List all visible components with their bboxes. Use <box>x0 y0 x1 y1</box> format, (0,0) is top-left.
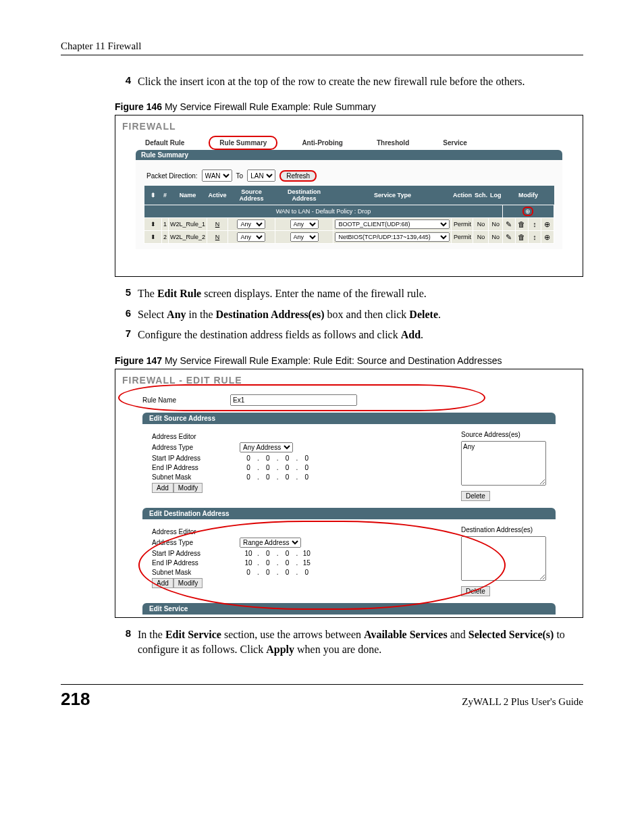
tab-default-rule[interactable]: Default Rule <box>136 137 194 149</box>
step-number: 5 <box>115 286 138 301</box>
tab-anti-probing[interactable]: Anti-Probing <box>292 137 352 149</box>
log-cell: No <box>489 231 503 244</box>
step-number: 4 <box>115 74 138 89</box>
step-text: Click the insert icon at the top of the … <box>138 74 583 89</box>
insert-icon[interactable]: ⊕ <box>543 219 552 229</box>
firewall-title: FIREWALL <box>122 121 576 132</box>
ip-octet: 0 <box>259 569 277 576</box>
destination-address-type-select[interactable]: Range Address <box>240 538 301 548</box>
step-number: 7 <box>115 328 138 342</box>
step-5: 5 The Edit Rule screen displays. Enter t… <box>115 286 583 301</box>
ip-octet: 0 <box>259 464 277 471</box>
col-source: Source Address <box>228 186 275 205</box>
figure-146-screenshot: FIREWALL Default Rule Rule Summary Anti-… <box>115 115 583 277</box>
move-icon[interactable]: ↕ <box>530 219 539 229</box>
destination-select[interactable]: Any <box>290 232 319 242</box>
action-cell: Permit <box>452 218 473 231</box>
tab-bar: Default Rule Rule Summary Anti-Probing T… <box>122 136 576 150</box>
delete-icon[interactable]: 🗑 <box>517 219 527 229</box>
rule-name-cell: W2L_Rule_2 <box>169 231 207 244</box>
source-addresses-label: Source Address(es) <box>461 431 546 438</box>
action-cell: Permit <box>452 231 473 244</box>
source-delete-button[interactable]: Delete <box>461 491 490 501</box>
address-editor-label: Address Editor <box>152 528 240 536</box>
service-select[interactable]: NetBIOS(TCP/UDP:137~139,445) <box>335 232 450 242</box>
insert-icon[interactable]: ⊕ <box>543 232 552 242</box>
rule-summary-header: Rule Summary <box>136 150 562 160</box>
table-row: ⬍ 2 W2L_Rule_2 N Any Any NetBIOS(TCP/UDP… <box>144 231 554 244</box>
ip-octet: 0 <box>279 454 296 462</box>
delete-icon[interactable]: 🗑 <box>517 232 527 242</box>
rules-table: ⬍ # Name Active Source Address Destinati… <box>144 186 554 244</box>
source-addresses-list[interactable]: Any <box>461 441 546 486</box>
figure-label: Figure 147 <box>115 355 162 366</box>
packet-direction-from-select[interactable]: WAN <box>202 170 232 182</box>
source-address-type-select[interactable]: Any Address <box>240 442 293 452</box>
source-cell: Any <box>228 231 275 244</box>
destination-delete-button[interactable]: Delete <box>461 586 490 596</box>
edit-icon[interactable]: ✎ <box>504 219 514 229</box>
edit-service-header: Edit Service <box>142 603 556 615</box>
packet-direction-row: Packet Direction: WAN To LAN Refresh <box>144 165 554 186</box>
col-destination: Destination Address <box>275 186 333 205</box>
step-4: 4 Click the insert icon at the top of th… <box>115 74 583 89</box>
step-6: 6 Select Any in the Destination Address(… <box>115 307 583 322</box>
active-cell: N <box>207 231 228 244</box>
header-rule <box>61 55 583 55</box>
log-cell: No <box>489 218 503 231</box>
figure-147-screenshot: FIREWALL - EDIT RULE Rule Name Edit Sour… <box>115 369 583 618</box>
reorder-handle[interactable]: ⬍ <box>144 231 162 244</box>
default-policy-text: WAN to LAN - Default Policy : Drop <box>144 205 503 218</box>
destination-addresses-list[interactable] <box>461 536 546 581</box>
source-cell: Any <box>228 218 275 231</box>
figure-caption-text: My Service Firewall Rule Example: Rule E… <box>162 355 502 366</box>
destination-modify-button[interactable]: Modify <box>173 578 203 588</box>
source-modify-button[interactable]: Modify <box>173 483 203 493</box>
refresh-button[interactable]: Refresh <box>279 170 317 182</box>
step-number: 8 <box>115 627 138 658</box>
address-type-label: Address Type <box>152 444 240 451</box>
guide-name: ZyWALL 2 Plus User's Guide <box>462 696 583 708</box>
reorder-handle[interactable]: ⬍ <box>144 218 162 231</box>
col-index: # <box>162 186 169 205</box>
start-ip-label: Start IP Address <box>152 454 240 462</box>
default-policy-row: WAN to LAN - Default Policy : Drop ⊕ <box>144 205 554 218</box>
page-footer: 218 ZyWALL 2 Plus User's Guide <box>61 689 583 710</box>
ip-octet: 0 <box>279 550 296 557</box>
table-row: ⬍ 1 W2L_Rule_1 N Any Any BOOTP_CLIENT(UD… <box>144 218 554 231</box>
rule-name-input[interactable] <box>230 394 357 406</box>
col-action: Action <box>452 186 473 205</box>
service-select[interactable]: BOOTP_CLIENT(UDP:68) <box>335 219 450 229</box>
ip-octet: 0 <box>240 569 257 576</box>
service-cell: BOOTP_CLIENT(UDP:68) <box>333 218 452 231</box>
row-index: 2 <box>162 231 169 244</box>
insert-icon[interactable]: ⊕ <box>522 207 533 216</box>
tab-threshold[interactable]: Threshold <box>367 137 419 149</box>
figure-caption-text: My Service Firewall Rule Example: Rule S… <box>162 101 376 112</box>
destination-cell: Any <box>275 218 333 231</box>
ip-octet: 0 <box>298 464 315 471</box>
edit-source-header: Edit Source Address <box>142 413 556 424</box>
edit-icon[interactable]: ✎ <box>504 232 514 242</box>
col-log: Log <box>489 186 503 205</box>
destination-select[interactable]: Any <box>290 219 319 229</box>
destination-add-button[interactable]: Add <box>152 578 173 588</box>
ip-octet: 0 <box>259 559 277 567</box>
ip-octet: 0 <box>240 454 257 462</box>
col-name: Name <box>169 186 207 205</box>
source-select[interactable]: Any <box>237 232 265 242</box>
end-ip-label: End IP Address <box>152 464 240 471</box>
ip-octet: 10 <box>298 550 315 557</box>
ip-octet: 0 <box>279 464 296 471</box>
packet-direction-to-select[interactable]: LAN <box>247 170 275 182</box>
tab-rule-summary[interactable]: Rule Summary <box>209 136 277 150</box>
source-select[interactable]: Any <box>237 219 265 229</box>
rule-name-label: Rule Name <box>142 396 230 404</box>
page-number: 218 <box>61 689 90 710</box>
tab-service[interactable]: Service <box>433 137 477 149</box>
service-cell: NetBIOS(TCP/UDP:137~139,445) <box>333 231 452 244</box>
source-add-button[interactable]: Add <box>152 483 173 493</box>
packet-direction-to-label: To <box>236 172 244 180</box>
schedule-cell: No <box>473 218 489 231</box>
move-icon[interactable]: ↕ <box>530 232 539 242</box>
